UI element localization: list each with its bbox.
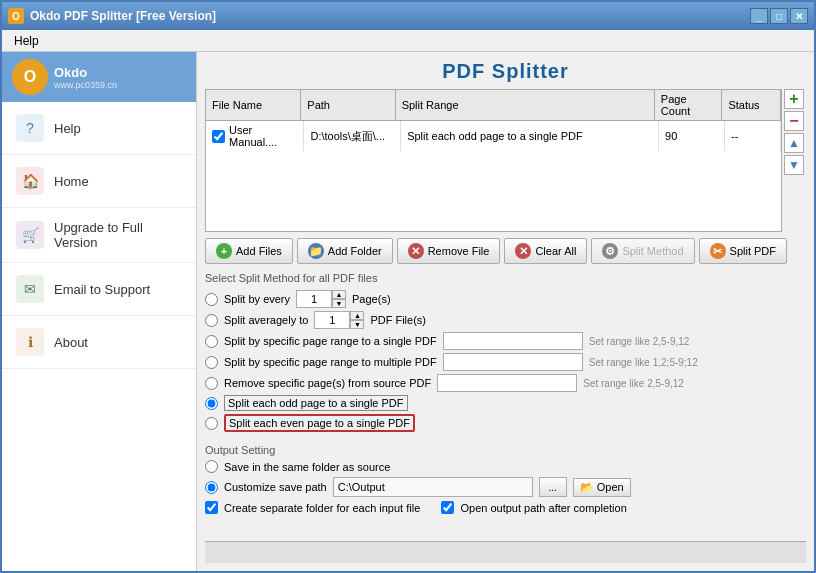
hint-multi-range: Set range like 1,2;5-9;12: [589, 357, 698, 368]
sidebar-item-email[interactable]: ✉ Email to Support: [2, 263, 196, 316]
main-window: O Okdo PDF Splitter [Free Version] _ □ ✕…: [0, 0, 816, 573]
option-average: Split averagely to ▲ ▼ PDF File(s): [205, 311, 806, 329]
sidebar-email-label: Email to Support: [54, 282, 150, 297]
col-status: Status: [722, 90, 781, 121]
close-button[interactable]: ✕: [790, 8, 808, 24]
radio-average[interactable]: [205, 314, 218, 327]
output-section: Output Setting Save in the same folder a…: [205, 444, 806, 514]
window-title: Okdo PDF Splitter [Free Version]: [30, 9, 216, 23]
custom-path-input[interactable]: [333, 477, 533, 497]
label-every: Split by every: [224, 293, 290, 305]
split-method-button[interactable]: ⚙ Split Method: [591, 238, 694, 264]
spinner-up-average[interactable]: ▲: [350, 311, 364, 320]
col-split-range: Split Range: [395, 90, 654, 121]
spinner-average: ▲ ▼: [350, 311, 364, 329]
add-files-button[interactable]: + Add Files: [205, 238, 293, 264]
clear-all-button[interactable]: ✕ Clear All: [504, 238, 587, 264]
radio-custom-path[interactable]: [205, 481, 218, 494]
label-custom-path: Customize save path: [224, 481, 327, 493]
file-table-body: User Manual.... D:\tools\桌面\... Split ea…: [206, 121, 781, 151]
menu-help[interactable]: Help: [6, 32, 47, 50]
split-section-title: Select Split Method for all PDF files: [205, 272, 806, 284]
sidebar-upgrade-label: Upgrade to Full Version: [54, 220, 182, 250]
sidebar-help-label: Help: [54, 121, 81, 136]
spinner-every: ▲ ▼: [332, 290, 346, 308]
option-odd-page: Split each odd page to a single PDF: [205, 395, 806, 411]
file-table-wrapper: File Name Path Split Range Page Count St…: [205, 89, 782, 238]
input-multi-range[interactable]: [443, 353, 583, 371]
app-icon: O: [8, 8, 24, 24]
option-remove-pages: Remove specific page(s) from source PDF …: [205, 374, 806, 392]
radio-same-folder[interactable]: [205, 460, 218, 473]
browse-button[interactable]: ...: [539, 477, 567, 497]
split-method-icon: ⚙: [602, 243, 618, 259]
col-filename: File Name: [206, 90, 301, 121]
split-pdf-button[interactable]: ✂ Split PDF: [699, 238, 787, 264]
option-multi-range: Split by specific page range to multiple…: [205, 353, 806, 371]
checkbox-open-after[interactable]: [441, 501, 454, 514]
row-checkbox[interactable]: [212, 130, 225, 143]
sidebar-watermark: www.pc0359.cn: [54, 80, 117, 90]
radio-odd-page[interactable]: [205, 397, 218, 410]
move-down-button[interactable]: ▼: [784, 155, 804, 175]
panel-title: PDF Splitter: [205, 60, 806, 83]
row-page-count: 90: [659, 121, 725, 151]
col-page-count: Page Count: [654, 90, 722, 121]
spinner-down-every[interactable]: ▼: [332, 299, 346, 308]
add-files-icon: +: [216, 243, 232, 259]
home-icon: 🏠: [16, 167, 44, 195]
output-same-folder-row: Save in the same folder as source: [205, 460, 806, 473]
status-bar: [205, 541, 806, 563]
radio-single-range[interactable]: [205, 335, 218, 348]
input-remove-pages[interactable]: [437, 374, 577, 392]
toolbar: + Add Files 📁 Add Folder ✕ Remove File ✕…: [205, 238, 806, 264]
split-pdf-icon: ✂: [710, 243, 726, 259]
row-path: D:\tools\桌面\...: [304, 121, 401, 151]
maximize-button[interactable]: □: [770, 8, 788, 24]
table-scroll-area[interactable]: User Manual.... D:\tools\桌面\... Split ea…: [206, 121, 781, 231]
add-folder-button[interactable]: 📁 Add Folder: [297, 238, 393, 264]
add-item-button[interactable]: +: [784, 89, 804, 109]
table-row[interactable]: User Manual.... D:\tools\桌面\... Split ea…: [206, 121, 781, 151]
spin-average: ▲ ▼: [314, 311, 364, 329]
radio-every[interactable]: [205, 293, 218, 306]
minimize-button[interactable]: _: [750, 8, 768, 24]
sidebar-header: O Okdo www.pc0359.cn: [2, 52, 196, 102]
move-up-button[interactable]: ▲: [784, 133, 804, 153]
upgrade-icon: 🛒: [16, 221, 44, 249]
label-odd-page: Split each odd page to a single PDF: [224, 395, 408, 411]
file-table-container: File Name Path Split Range Page Count St…: [205, 89, 782, 232]
spinner-down-average[interactable]: ▼: [350, 320, 364, 329]
checkbox-separate-folder[interactable]: [205, 501, 218, 514]
option-every: Split by every ▲ ▼ Page(s): [205, 290, 806, 308]
sidebar-item-upgrade[interactable]: 🛒 Upgrade to Full Version: [2, 208, 196, 263]
email-icon: ✉: [16, 275, 44, 303]
remove-file-button[interactable]: ✕ Remove File: [397, 238, 501, 264]
hint-single-range: Set range like 2,5-9,12: [589, 336, 690, 347]
radio-multi-range[interactable]: [205, 356, 218, 369]
split-options: Split by every ▲ ▼ Page(s): [205, 290, 806, 432]
input-single-range[interactable]: [443, 332, 583, 350]
sidebar-item-about[interactable]: ℹ About: [2, 316, 196, 369]
option-even-page: Split each even page to a single PDF: [205, 414, 806, 432]
sidebar-item-help[interactable]: ? Help: [2, 102, 196, 155]
help-icon: ?: [16, 114, 44, 142]
file-table: File Name Path Split Range Page Count St…: [206, 90, 781, 121]
sidebar-item-home[interactable]: 🏠 Home: [2, 155, 196, 208]
remove-item-button[interactable]: −: [784, 111, 804, 131]
title-bar: O Okdo PDF Splitter [Free Version] _ □ ✕: [2, 2, 814, 30]
input-average[interactable]: [314, 311, 350, 329]
split-method-section: Select Split Method for all PDF files Sp…: [205, 272, 806, 440]
spinner-up-every[interactable]: ▲: [332, 290, 346, 299]
open-folder-button[interactable]: 📂 Open: [573, 478, 631, 497]
radio-even-page[interactable]: [205, 417, 218, 430]
input-every[interactable]: [296, 290, 332, 308]
hint-remove-pages: Set range like 2,5-9,12: [583, 378, 684, 389]
radio-remove-pages[interactable]: [205, 377, 218, 390]
add-folder-icon: 📁: [308, 243, 324, 259]
row-status: --: [724, 121, 780, 151]
suffix-every: Page(s): [352, 293, 391, 305]
row-filename: User Manual....: [206, 121, 304, 151]
suffix-average: PDF File(s): [370, 314, 426, 326]
label-separate-folder: Create separate folder for each input fi…: [224, 502, 420, 514]
